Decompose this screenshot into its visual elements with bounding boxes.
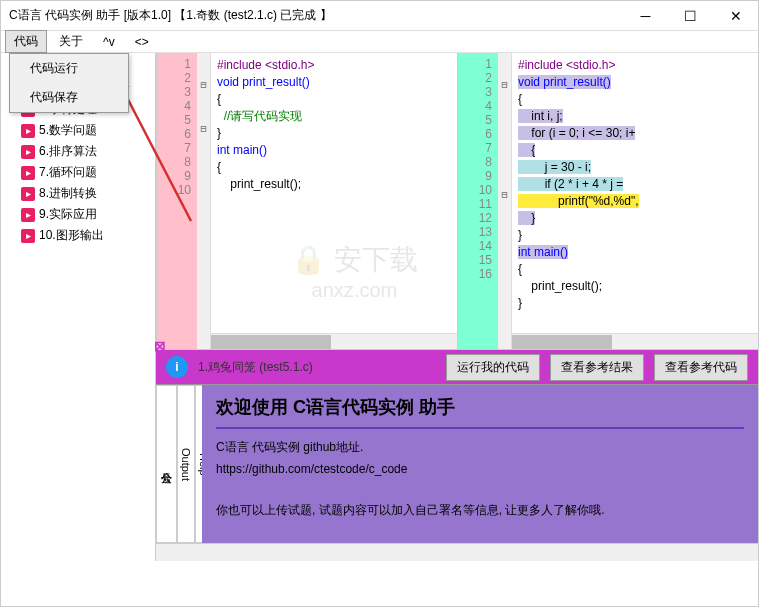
minimize-button[interactable]: ─ <box>623 1 668 31</box>
maximize-button[interactable]: ☐ <box>668 1 713 31</box>
editors-split: 12345678910 ⊟⊟ #include <stdio.h> void p… <box>156 53 758 350</box>
main-area: ▸2.特殊数字 ▸3.多维数组 ▸4.字符处理 ▸5.数学问题 ▸6.排序算法 … <box>1 53 758 561</box>
menu-about[interactable]: 关于 <box>51 31 91 52</box>
tree-item[interactable]: ▸7.循环问题 <box>3 162 153 183</box>
menubar: 代码 关于 ^v <> <box>1 31 758 53</box>
view-code-button[interactable]: 查看参考代码 <box>654 354 748 381</box>
github-link[interactable]: https://github.com/ctestcode/c_code <box>216 462 407 476</box>
folder-icon: ▸ <box>21 145 35 159</box>
code-menu-dropdown: 代码运行 代码保存 <box>9 53 129 113</box>
view-result-button[interactable]: 查看参考结果 <box>550 354 644 381</box>
scrollbar-horizontal[interactable] <box>512 333 758 349</box>
vertical-tabs: 公众号 Output Help <box>156 385 202 543</box>
tree-item[interactable]: ▸8.进制转换 <box>3 183 153 204</box>
code-content-right[interactable]: #include <stdio.h> void print_result() {… <box>512 53 758 349</box>
welcome-text: 你也可以上传试题, 试题内容可以加入自己署名等信息, 让更多人了解你哦. <box>216 502 744 519</box>
run-my-code-button[interactable]: 运行我的代码 <box>446 354 540 381</box>
folder-icon: ▸ <box>21 124 35 138</box>
statusbar <box>156 543 758 561</box>
editor-right[interactable]: 12345678910111213141516 ⊟⊟ #include <std… <box>457 53 758 349</box>
menu-save-code[interactable]: 代码保存 <box>10 83 128 112</box>
panel-title: 1.鸡兔同笼 (test5.1.c) <box>198 359 436 376</box>
titlebar: C语言 代码实例 助手 [版本1.0] 【1.奇数 (test2.1.c) 已完… <box>1 1 758 31</box>
bottom-panel: 公众号 Output Help 欢迎使用 C语言代码实例 助手 C语言 代码实例… <box>156 384 758 543</box>
folder-icon: ▸ <box>21 166 35 180</box>
window-controls: ─ ☐ ✕ <box>623 1 758 31</box>
tree-item[interactable]: ▸6.排序算法 <box>3 141 153 162</box>
tree-item[interactable]: ▸5.数学问题 <box>3 120 153 141</box>
welcome-panel: 欢迎使用 C语言代码实例 助手 C语言 代码实例 github地址. https… <box>202 385 758 543</box>
menu-angle[interactable]: <> <box>127 33 157 51</box>
sidebar: ▸2.特殊数字 ▸3.多维数组 ▸4.字符处理 ▸5.数学问题 ▸6.排序算法 … <box>1 53 156 561</box>
window-title: C语言 代码实例 助手 [版本1.0] 【1.奇数 (test2.1.c) 已完… <box>9 7 332 24</box>
tab-output[interactable]: Output <box>177 385 195 543</box>
folder-icon: ▸ <box>21 208 35 222</box>
tree-item[interactable]: ▸10.图形输出 <box>3 225 153 246</box>
folder-icon: ▸ <box>21 187 35 201</box>
menu-run-code[interactable]: 代码运行 <box>10 54 128 83</box>
info-icon: i <box>166 356 188 378</box>
content-area: 12345678910 ⊟⊟ #include <stdio.h> void p… <box>156 53 758 561</box>
editor-left[interactable]: 12345678910 ⊟⊟ #include <stdio.h> void p… <box>156 53 457 349</box>
close-button[interactable]: ✕ <box>713 1 758 31</box>
menu-caret[interactable]: ^v <box>95 33 123 51</box>
code-content-left[interactable]: #include <stdio.h> void print_result() {… <box>211 53 457 349</box>
panel-header: i 1.鸡兔同笼 (test5.1.c) 运行我的代码 查看参考结果 查看参考代… <box>156 350 758 384</box>
welcome-heading: 欢迎使用 C语言代码实例 助手 <box>216 395 744 419</box>
tree-item[interactable]: ▸9.实际应用 <box>3 204 153 225</box>
fold-column: ⊟⊟ <box>498 53 512 349</box>
welcome-text: C语言 代码实例 github地址. <box>216 439 744 456</box>
line-numbers: 12345678910111213141516 <box>458 53 498 349</box>
fold-column: ⊟⊟ <box>197 53 211 349</box>
menu-code[interactable]: 代码 <box>5 30 47 53</box>
tab-wechat[interactable]: 公众号 <box>156 385 177 543</box>
scrollbar-horizontal[interactable] <box>211 333 457 349</box>
line-numbers: 12345678910 <box>157 53 197 349</box>
folder-icon: ▸ <box>21 229 35 243</box>
